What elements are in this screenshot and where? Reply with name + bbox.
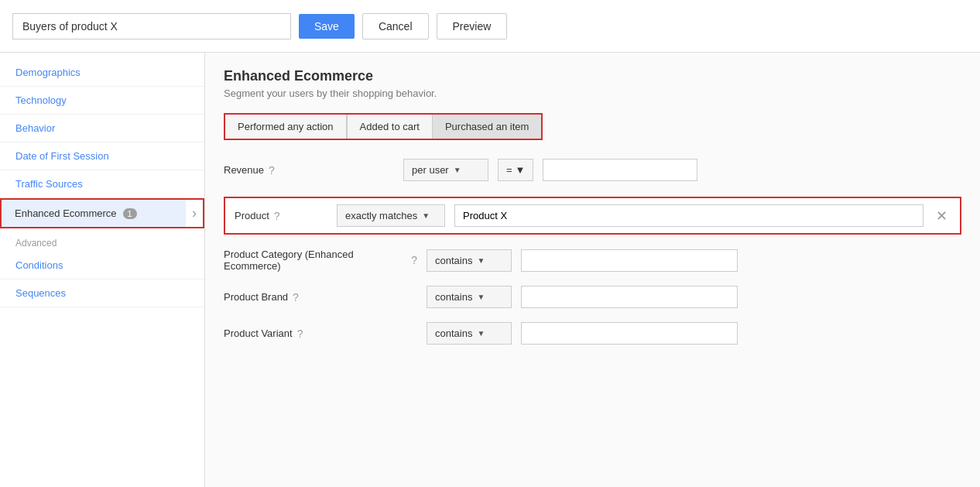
product-clear-button[interactable]: ✕ <box>933 207 951 225</box>
sidebar-item-label: Sequences <box>15 287 66 299</box>
segment-name-input[interactable] <box>12 13 291 39</box>
sidebar: Demographics Technology Behavior Date of… <box>0 53 205 487</box>
chevron-right-icon: › <box>186 205 203 221</box>
cancel-button[interactable]: Cancel <box>362 13 429 39</box>
product-match-dropdown[interactable]: exactly matches ▼ <box>337 204 445 227</box>
content-subtitle: Segment your users by their shopping beh… <box>224 87 961 99</box>
enhanced-ecommerce-badge: 1 <box>123 208 137 219</box>
tab-added-to-cart[interactable]: Added to cart <box>347 115 433 139</box>
preview-button[interactable]: Preview <box>437 13 508 39</box>
product-category-help-icon[interactable]: ? <box>411 254 417 266</box>
product-brand-value-input[interactable] <box>521 286 738 308</box>
sidebar-item-traffic-sources[interactable]: Traffic Sources <box>0 170 204 198</box>
dropdown-arrow-icon: ▼ <box>516 164 526 176</box>
action-tabs: Performed any action Added to cart Purch… <box>224 113 543 140</box>
sidebar-item-conditions[interactable]: Conditions <box>0 252 204 280</box>
product-variant-value-input[interactable] <box>521 322 738 345</box>
sidebar-item-behavior[interactable]: Behavior <box>0 115 204 142</box>
sidebar-item-sequences[interactable]: Sequences <box>0 280 204 307</box>
sidebar-item-label: Behavior <box>15 122 55 134</box>
advanced-section-label: Advanced <box>0 228 204 252</box>
sidebar-item-label: Technology <box>15 94 67 106</box>
dropdown-arrow-icon: ▼ <box>477 293 485 301</box>
sidebar-item-label: Enhanced Ecommerce <box>15 207 117 219</box>
action-tabs-wrapper: Performed any action Added to cart Purch… <box>224 113 961 140</box>
revenue-help-icon[interactable]: ? <box>269 164 275 177</box>
product-brand-label: Product Brand ? <box>224 291 417 304</box>
content-title: Enhanced Ecommerce <box>224 68 961 84</box>
sidebar-item-label: Date of First Session <box>15 150 109 162</box>
top-bar: Save Cancel Preview <box>0 0 980 53</box>
save-button[interactable]: Save <box>299 14 355 39</box>
revenue-row: Revenue ? per user ▼ = ▼ <box>224 159 961 181</box>
dropdown-arrow-icon: ▼ <box>422 211 430 220</box>
product-label: Product ? <box>235 210 327 222</box>
main-layout: Demographics Technology Behavior Date of… <box>0 53 980 487</box>
sidebar-item-label: Demographics <box>15 67 81 78</box>
product-brand-match-dropdown[interactable]: contains ▼ <box>427 286 512 308</box>
product-variant-row: Product Variant ? contains ▼ <box>224 322 961 345</box>
sidebar-item-technology[interactable]: Technology <box>0 87 204 115</box>
sidebar-item-label: Traffic Sources <box>15 178 83 190</box>
product-variant-label: Product Variant ? <box>224 328 417 340</box>
sidebar-item-label: Conditions <box>15 259 63 271</box>
product-category-value-input[interactable] <box>521 249 738 272</box>
product-help-icon[interactable]: ? <box>274 210 280 222</box>
dropdown-arrow-icon: ▼ <box>477 329 485 338</box>
sidebar-item-demographics[interactable]: Demographics <box>0 59 204 87</box>
product-row: Product ? exactly matches ▼ ✕ <box>224 197 961 235</box>
dropdown-arrow-icon: ▼ <box>454 166 461 174</box>
tab-performed-any-action[interactable]: Performed any action <box>225 115 347 139</box>
product-category-row: Product Category (Enhanced Ecommerce) ? … <box>224 249 961 272</box>
revenue-label: Revenue ? <box>224 164 394 177</box>
product-variant-help-icon[interactable]: ? <box>297 328 303 340</box>
revenue-equals-dropdown[interactable]: = ▼ <box>498 159 533 181</box>
product-brand-row: Product Brand ? contains ▼ <box>224 286 961 308</box>
dropdown-arrow-icon: ▼ <box>477 256 485 265</box>
product-value-input[interactable] <box>454 204 923 227</box>
revenue-value-input[interactable] <box>543 159 697 181</box>
content-area: Enhanced Ecommerce Segment your users by… <box>205 53 980 487</box>
tab-purchased-an-item[interactable]: Purchased an item <box>433 115 541 139</box>
product-category-label: Product Category (Enhanced Ecommerce) ? <box>224 249 417 272</box>
product-brand-help-icon[interactable]: ? <box>293 291 299 304</box>
product-category-match-dropdown[interactable]: contains ▼ <box>427 249 512 272</box>
revenue-per-user-dropdown[interactable]: per user ▼ <box>403 159 488 181</box>
product-variant-match-dropdown[interactable]: contains ▼ <box>427 322 512 345</box>
sidebar-item-enhanced-ecommerce[interactable]: Enhanced Ecommerce 1 <box>2 200 186 227</box>
sidebar-item-date-of-first-session[interactable]: Date of First Session <box>0 142 204 170</box>
